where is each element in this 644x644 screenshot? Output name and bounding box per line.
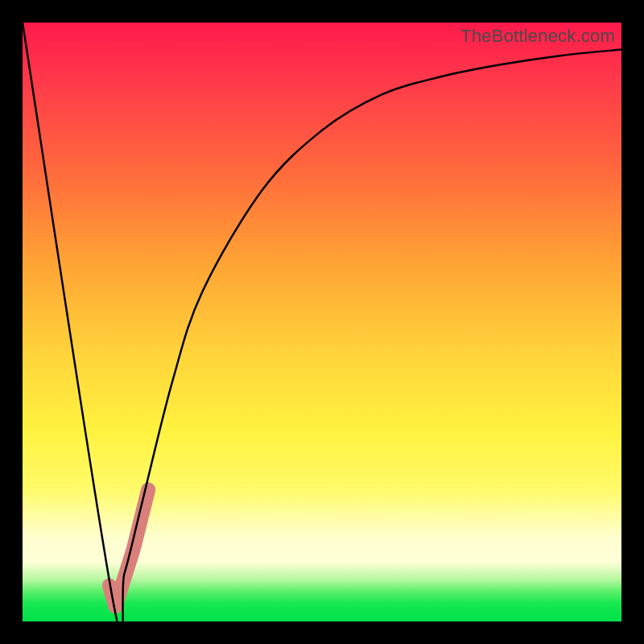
plot-area: TheBottleneck.com [23,23,621,621]
chart-svg [23,23,621,621]
curve-path [23,23,621,621]
chart-frame: TheBottleneck.com [0,0,644,644]
highlight-path [109,489,148,606]
